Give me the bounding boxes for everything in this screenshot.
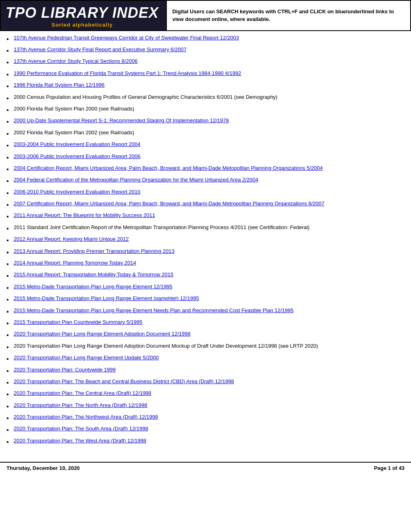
list-item: ▪2004 Certification Report, Miami Urbani…: [6, 165, 405, 174]
item-text[interactable]: 137th Avenue Corridor Study Typical Sect…: [14, 58, 405, 65]
item-text[interactable]: 2015 Metro-Dade Transportation Plan Long…: [14, 295, 405, 302]
bullet-icon: ▪: [6, 260, 12, 269]
item-text[interactable]: 2011 Annual Report: The Blueprint for Mo…: [14, 212, 405, 219]
item-text[interactable]: 2000 Up-Date Supplemental Report S-1: Re…: [14, 117, 405, 124]
bullet-icon: ▪: [6, 236, 12, 245]
item-link[interactable]: 2015 Annual Report: Transportation Mobil…: [14, 271, 173, 277]
item-link[interactable]: 2020 Transportation Plan: The Central Ar…: [14, 390, 152, 396]
list-item: ▪2015 Metro-Dade Transportation Plan Lon…: [6, 283, 405, 292]
bullet-icon: ▪: [6, 319, 12, 328]
item-text[interactable]: 137th Avenue Corridor Study Final Report…: [14, 46, 405, 53]
item-text[interactable]: 2015 Metro-Dade Transportation Plan Long…: [14, 283, 405, 290]
item-text[interactable]: 2014 Annual Report: Planning Tomorrow To…: [14, 259, 405, 267]
bullet-icon: ▪: [6, 390, 12, 399]
item-text[interactable]: 2004 Certification Report, Miami Urbaniz…: [14, 165, 405, 172]
list-item: ▪2003-2006 Public Involvement Evaluation…: [6, 153, 405, 162]
item-text[interactable]: 2015 Annual Report: Transportation Mobil…: [14, 271, 405, 278]
item-link[interactable]: 2006-2010 Public Involvement Evaluation …: [14, 189, 140, 195]
item-text[interactable]: 2020 Transportation Plan: Countywide 199…: [14, 366, 405, 373]
list-item: ▪2006-2010 Public Involvement Evaluation…: [6, 188, 405, 198]
bullet-icon: ▪: [6, 189, 12, 198]
list-item: ▪1990 Performance Evaluation of Florida …: [6, 70, 405, 79]
list-item: ▪2020 Transportation Plan Long Range Ele…: [6, 342, 405, 352]
item-text[interactable]: 2006-2010 Public Involvement Evaluation …: [14, 188, 405, 196]
item-text[interactable]: 2020 Transportation Plan: The Northwest …: [14, 413, 405, 421]
bullet-icon: ▪: [6, 426, 12, 434]
bullet-icon: ▪: [6, 58, 12, 67]
item-link[interactable]: 2003-2006 Public Involvement Evaluation …: [14, 153, 140, 159]
list-item: ▪2015 Metro-Dade Transportation Plan Lon…: [6, 307, 405, 316]
item-link[interactable]: 2013 Annual Report: Providing Premier Tr…: [14, 248, 174, 254]
item-link[interactable]: 2000 Up-Date Supplemental Report S-1: Re…: [14, 117, 229, 123]
item-text: 2020 Transportation Plan Long Range Elem…: [14, 342, 405, 350]
item-text[interactable]: 2007 Certification Report, Miami Urbaniz…: [14, 200, 405, 207]
item-link[interactable]: 2012 Annual Report: Keeping Miami Unique…: [14, 236, 129, 242]
item-link[interactable]: 137th Avenue Corridor Study Final Report…: [14, 46, 187, 52]
list-item: ▪2012 Annual Report: Keeping Miami Uniqu…: [6, 236, 405, 245]
item-text[interactable]: 2013 Annual Report: Providing Premier Tr…: [14, 248, 405, 255]
item-text[interactable]: 2004 Federal Certification of the Metrop…: [14, 176, 405, 184]
list-item: ▪2003-2004 Public Involvement Evaluation…: [6, 141, 405, 150]
list-item: ▪2014 Annual Report: Planning Tomorrow T…: [6, 259, 405, 269]
bullet-icon: ▪: [6, 141, 12, 150]
bullet-icon: ▪: [6, 307, 12, 316]
item-text[interactable]: 1996 Florida Rail System Plan 12/1996: [14, 81, 405, 89]
bullet-icon: ▪: [6, 46, 12, 55]
list-item: ▪2020 Transportation Plan: The Central A…: [6, 390, 405, 399]
list-item: ▪2007 Certification Report, Miami Urbani…: [6, 200, 405, 209]
item-link[interactable]: 2015 Metro-Dade Transportation Plan Long…: [14, 307, 293, 313]
item-text[interactable]: 2020 Transportation Plan: The Beach and …: [14, 378, 405, 385]
item-link[interactable]: 2003-2004 Public Involvement Evaluation …: [14, 141, 140, 147]
bullet-icon: ▪: [6, 35, 12, 44]
footer-date: Thursday, December 10, 2020: [6, 465, 80, 471]
item-text[interactable]: 2020 Transportation Plan Long Range Elem…: [14, 330, 405, 338]
page-footer: Thursday, December 10, 2020 Page 1 of 43: [0, 462, 411, 474]
item-text[interactable]: 2020 Transportation Plan: The South Area…: [14, 425, 405, 432]
item-link[interactable]: 2020 Transportation Plan: The South Area…: [14, 426, 148, 432]
item-link[interactable]: 2015 Metro-Dade Transportation Plan Long…: [14, 295, 199, 301]
item-text[interactable]: 2015 Transportation Plan Countywide Summ…: [14, 319, 405, 326]
item-text[interactable]: 2003-2006 Public Involvement Evaluation …: [14, 153, 405, 160]
item-text[interactable]: 2003-2004 Public Involvement Evaluation …: [14, 141, 405, 148]
item-link[interactable]: 2020 Transportation Plan: The North Area…: [14, 402, 147, 408]
item-link[interactable]: 2020 Transportation Plan: Countywide 199…: [14, 367, 116, 373]
list-item: ▪2013 Annual Report: Providing Premier T…: [6, 248, 405, 257]
list-item: ▪2011 Annual Report: The Blueprint for M…: [6, 212, 405, 221]
bullet-icon: ▪: [6, 212, 12, 221]
item-text[interactable]: 2020 Transportation Plan: The North Area…: [14, 402, 405, 409]
item-link[interactable]: 1996 Florida Rail System Plan 12/1996: [14, 82, 104, 88]
item-link[interactable]: 2020 Transportation Plan Long Range Elem…: [14, 355, 159, 361]
item-text[interactable]: 2020 Transportation Plan: The Central Ar…: [14, 390, 405, 397]
list-item: ▪2000 Up-Date Supplemental Report S-1: R…: [6, 117, 405, 126]
bullet-icon: ▪: [6, 248, 12, 257]
list-item: ▪137th Avenue Corridor Study Final Repor…: [6, 46, 405, 55]
item-text[interactable]: 2020 Transportation Plan Long Range Elem…: [14, 354, 405, 361]
item-link[interactable]: 2015 Metro-Dade Transportation Plan Long…: [14, 284, 172, 290]
item-link[interactable]: 137th Avenue Corridor Study Typical Sect…: [14, 58, 137, 64]
item-link[interactable]: 2007 Certification Report, Miami Urbaniz…: [14, 200, 324, 207]
item-text[interactable]: 2012 Annual Report: Keeping Miami Unique…: [14, 236, 405, 243]
item-text[interactable]: 2020 Transportation Plan: The West Area …: [14, 437, 405, 444]
item-text[interactable]: 107th Avenue Pedestrian Transit Greenway…: [14, 34, 405, 42]
item-text[interactable]: 1990 Performance Evaluation of Florida T…: [14, 70, 405, 77]
item-link[interactable]: 107th Avenue Pedestrian Transit Greenway…: [14, 35, 239, 41]
item-link[interactable]: 2014 Annual Report: Planning Tomorrow To…: [14, 260, 136, 266]
item-link[interactable]: 1990 Performance Evaluation of Florida T…: [14, 70, 241, 76]
list-item: ▪2020 Transportation Plan: The Northwest…: [6, 413, 405, 423]
item-link[interactable]: 2011 Annual Report: The Blueprint for Mo…: [14, 212, 155, 218]
list-item: ▪2015 Metro-Dade Transportation Plan Lon…: [6, 295, 405, 304]
item-link[interactable]: 2020 Transportation Plan Long Range Elem…: [14, 331, 191, 337]
item-link[interactable]: 2004 Certification Report, Miami Urbaniz…: [14, 165, 323, 171]
bullet-icon: ▪: [6, 438, 12, 446]
item-link[interactable]: 2004 Federal Certification of the Metrop…: [14, 177, 258, 183]
title-block: TPO LIBRARY INDEX Sorted alphabetically: [1, 1, 166, 30]
item-text[interactable]: 2015 Metro-Dade Transportation Plan Long…: [14, 307, 405, 314]
bullet-icon: ▪: [6, 378, 12, 387]
item-link[interactable]: 2020 Transportation Plan: The West Area …: [14, 438, 146, 444]
item-link[interactable]: 2015 Transportation Plan Countywide Summ…: [14, 319, 142, 325]
item-link[interactable]: 2020 Transportation Plan: The Beach and …: [14, 378, 234, 384]
list-item: ▪2020 Transportation Plan: The South Are…: [6, 425, 405, 434]
item-link[interactable]: 2020 Transportation Plan: The Northwest …: [14, 414, 158, 420]
item-text: 2011 Standard Joint Certification Report…: [14, 224, 405, 231]
list-item: ▪2015 Transportation Plan Countywide Sum…: [6, 319, 405, 328]
